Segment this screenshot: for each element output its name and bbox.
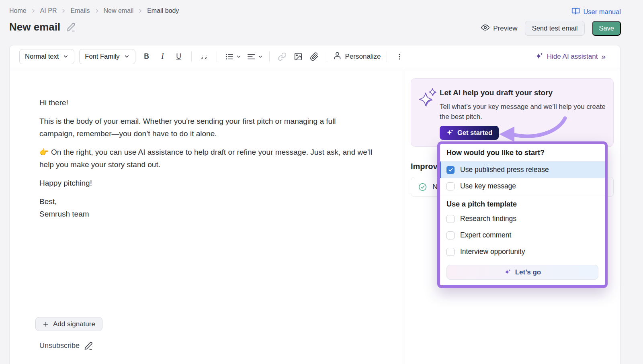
get-started-button[interactable]: Get started bbox=[440, 126, 499, 140]
checkbox[interactable] bbox=[446, 182, 455, 190]
edit-title-pencil-icon[interactable] bbox=[66, 22, 76, 32]
save-button[interactable]: Save bbox=[592, 21, 621, 36]
bullet-list-dropdown[interactable] bbox=[223, 50, 242, 63]
alignment-dropdown[interactable] bbox=[245, 50, 263, 63]
checkbox[interactable] bbox=[446, 166, 455, 174]
option-label: Use published press release bbox=[460, 166, 549, 174]
sparkle-icon bbox=[446, 129, 454, 137]
sparkle-icon bbox=[535, 52, 543, 61]
email-paragraph: This is the body of your email. Whether … bbox=[39, 115, 373, 140]
underline-button[interactable]: U bbox=[172, 50, 185, 63]
option-expert-comment[interactable]: Expert comment bbox=[440, 227, 605, 243]
option-label: Expert comment bbox=[460, 231, 511, 239]
improve-section-heading: Improv bbox=[411, 162, 438, 171]
email-signature-paragraph: Best, Semrush team bbox=[39, 195, 373, 220]
attach-file-button[interactable] bbox=[308, 50, 321, 63]
font-family-dropdown[interactable]: Font Family bbox=[79, 49, 135, 64]
italic-button[interactable]: I bbox=[156, 50, 169, 63]
ai-assistant-card: Let AI help you draft your story Tell wh… bbox=[411, 78, 614, 147]
personalize-label: Personalize bbox=[345, 53, 381, 61]
ai-sparkles-icon bbox=[416, 87, 437, 109]
toolbar-divider bbox=[387, 51, 387, 62]
checkbox[interactable] bbox=[446, 215, 455, 223]
eye-icon bbox=[481, 23, 489, 34]
preview-button[interactable]: Preview bbox=[481, 23, 517, 34]
edit-unsubscribe-pencil-icon[interactable] bbox=[84, 341, 93, 350]
book-icon bbox=[571, 7, 580, 17]
ai-card-description: Tell what’s your key message and we’ll h… bbox=[440, 102, 608, 122]
person-icon bbox=[333, 51, 342, 62]
email-paragraph: Happy pitching! bbox=[39, 177, 373, 189]
breadcrumb-ai-pr[interactable]: AI PR bbox=[40, 7, 57, 14]
chevron-down-icon bbox=[236, 54, 242, 59]
toolbar-divider bbox=[327, 51, 327, 62]
ai-start-options-popup: How would you like to start? Use publish… bbox=[437, 141, 608, 288]
insert-image-button[interactable] bbox=[292, 50, 305, 63]
panel-divider bbox=[405, 69, 405, 364]
unsubscribe-label: Unsubscribe bbox=[39, 342, 80, 350]
check-icon bbox=[448, 167, 453, 172]
send-test-email-button[interactable]: Send test email bbox=[525, 21, 585, 36]
quote-icon bbox=[200, 52, 209, 61]
title-row: New email bbox=[9, 21, 76, 33]
blockquote-button[interactable] bbox=[198, 50, 211, 63]
chevron-right-icon bbox=[31, 8, 36, 14]
email-editor-page: Home AI PR Emails New email Email body U… bbox=[0, 0, 643, 364]
chevron-right-icon bbox=[94, 8, 100, 14]
breadcrumb-home[interactable]: Home bbox=[9, 7, 27, 14]
image-icon bbox=[294, 52, 303, 61]
link-icon bbox=[278, 52, 287, 61]
checkbox[interactable] bbox=[446, 248, 455, 256]
align-left-icon bbox=[245, 50, 258, 63]
more-options-button[interactable] bbox=[393, 50, 406, 63]
page-title: New email bbox=[9, 21, 60, 33]
option-label: Interview opportunity bbox=[460, 247, 525, 256]
paragraph-style-value: Normal text bbox=[25, 53, 59, 60]
option-use-key-message[interactable]: Use key message bbox=[440, 178, 605, 194]
header-actions: Preview Send test email Save bbox=[481, 21, 621, 36]
popup-section-title: Use a pitch template bbox=[440, 196, 605, 211]
breadcrumb-current-email-body: Email body bbox=[147, 7, 179, 14]
chevron-right-icon bbox=[61, 8, 66, 14]
toolbar-divider bbox=[269, 51, 270, 62]
hide-ai-assistant-label: Hide AI assistant bbox=[547, 53, 598, 61]
check-circle-icon bbox=[418, 183, 427, 191]
unsubscribe-link[interactable]: Unsubscribe bbox=[39, 341, 93, 350]
email-body-editor[interactable]: Hi there! This is the body of your email… bbox=[39, 96, 373, 226]
kebab-menu-icon bbox=[395, 53, 403, 61]
paperclip-icon bbox=[310, 52, 319, 61]
add-signature-button[interactable]: Add signature bbox=[35, 317, 102, 331]
lets-go-button[interactable]: Let’s go bbox=[446, 265, 598, 280]
toolbar-divider bbox=[217, 51, 217, 62]
insert-link-button bbox=[276, 50, 289, 63]
bold-button[interactable]: B bbox=[140, 50, 153, 63]
user-manual-label: User manual bbox=[583, 8, 621, 16]
lets-go-label: Let’s go bbox=[515, 268, 541, 276]
paragraph-style-dropdown[interactable]: Normal text bbox=[19, 49, 74, 64]
chevron-right-icon bbox=[137, 8, 143, 14]
formatting-toolbar: Normal text Font Family B I U Personaliz… bbox=[10, 45, 620, 68]
hide-ai-assistant-button[interactable]: Hide AI assistant » bbox=[535, 52, 605, 61]
add-signature-label: Add signature bbox=[53, 320, 95, 328]
breadcrumb-new-email[interactable]: New email bbox=[104, 7, 134, 14]
option-label: Use key message bbox=[460, 182, 516, 190]
email-paragraph: Hi there! bbox=[39, 96, 373, 109]
checkbox[interactable] bbox=[446, 231, 455, 239]
option-research-findings[interactable]: Research findings bbox=[440, 211, 605, 227]
sparkle-icon bbox=[504, 269, 511, 276]
option-label: Research findings bbox=[460, 215, 516, 223]
personalize-button[interactable]: Personalize bbox=[333, 51, 381, 62]
chevron-down-icon bbox=[258, 54, 263, 59]
toolbar-divider bbox=[191, 51, 192, 62]
plus-icon bbox=[43, 321, 49, 327]
option-use-published-press-release[interactable]: Use published press release bbox=[440, 162, 605, 178]
breadcrumb-emails[interactable]: Emails bbox=[70, 7, 90, 14]
email-paragraph: 👉 On the right, you can use AI assistanc… bbox=[39, 146, 373, 171]
breadcrumb: Home AI PR Emails New email Email body bbox=[9, 7, 179, 14]
preview-label: Preview bbox=[493, 25, 517, 33]
chevron-down-icon bbox=[63, 53, 69, 59]
font-family-value: Font Family bbox=[85, 53, 119, 60]
user-manual-link[interactable]: User manual bbox=[571, 7, 621, 17]
option-interview-opportunity[interactable]: Interview opportunity bbox=[440, 243, 605, 260]
double-chevron-right-icon: » bbox=[601, 52, 605, 61]
